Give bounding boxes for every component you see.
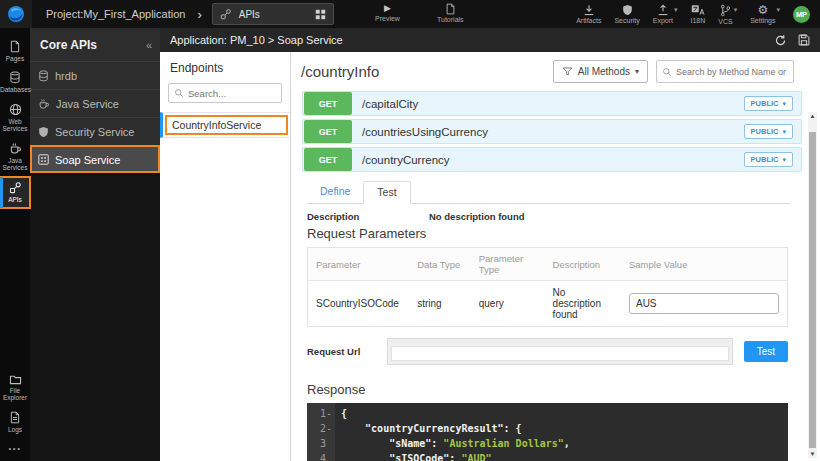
data-type-cell: string	[409, 281, 471, 327]
description-label: Description	[307, 211, 429, 222]
parameter-type-cell: query	[471, 281, 545, 327]
sidebar-item-apis[interactable]: APIs	[0, 177, 30, 208]
visibility-dropdown[interactable]: PUBLIC ▾	[744, 124, 793, 139]
methods-filter-dropdown[interactable]: All Methods ▾	[553, 60, 648, 83]
page-icon	[9, 40, 21, 53]
ide-screen: Project:My_First_Application › APIs ▶ Pr…	[0, 0, 820, 461]
download-icon	[583, 4, 595, 16]
globe-icon	[9, 103, 22, 116]
shield-icon	[38, 126, 49, 138]
workspace: Application: PM_10 > Soap Service	[160, 28, 820, 461]
visibility-dropdown[interactable]: PUBLIC ▾	[744, 152, 793, 167]
grid-icon[interactable]	[315, 9, 326, 20]
search-icon	[662, 67, 672, 77]
soap-service-icon	[38, 154, 49, 165]
user-avatar[interactable]: MP	[793, 6, 810, 23]
response-title: Response	[307, 382, 790, 397]
coffee-icon	[9, 142, 22, 155]
column-header: Description	[545, 248, 621, 281]
method-search-input[interactable]	[676, 67, 788, 77]
sidebar-item-java-services[interactable]: Java Services	[0, 138, 30, 177]
endpoint-service-label: CountryInfoService	[165, 115, 288, 135]
database-icon	[38, 70, 49, 82]
main-scrollbar[interactable]: ▲ ▼	[808, 112, 817, 458]
settings-button[interactable]: ⚙ Settings ▾	[750, 4, 780, 24]
scrollbar-thumb[interactable]	[809, 132, 816, 448]
description-row: Description No description found	[307, 211, 790, 222]
scroll-up-icon[interactable]: ▲	[808, 113, 817, 119]
editor-gutter: 1- 2- 3 4 5 6	[307, 403, 335, 461]
chevron-down-icon: ▾	[734, 6, 738, 14]
sidebar-item-logs[interactable]: Logs	[0, 407, 30, 438]
project-name-label: Project:My_First_Application	[46, 8, 185, 20]
scroll-down-icon[interactable]: ▼	[808, 451, 817, 457]
vcs-button[interactable]: VCS ▾	[718, 4, 737, 25]
endpoint-row-capitalcity[interactable]: GET /capitalCity PUBLIC ▾	[302, 91, 802, 116]
http-method-badge: GET	[304, 148, 352, 171]
request-url-input[interactable]	[391, 346, 729, 361]
service-detail-area: /countryInfo All Methods ▾	[291, 52, 820, 461]
code-line: "countryCurrencyResult": {	[341, 421, 570, 436]
translate-icon	[691, 4, 705, 16]
apis-tab-label: APIs	[239, 9, 308, 20]
core-api-item-hrdb[interactable]: hrdb	[30, 61, 160, 89]
fold-marker[interactable]: -	[326, 421, 332, 436]
artifacts-button[interactable]: Artifacts	[576, 4, 601, 24]
core-api-item-security-service[interactable]: Security Service	[30, 117, 160, 145]
sidebar-item-databases[interactable]: Databases	[0, 67, 30, 98]
security-button[interactable]: Security	[614, 4, 639, 24]
endpoint-row-countriesusingcurrency[interactable]: GET /countriesUsingCurrency PUBLIC ▾	[302, 119, 802, 144]
sample-value-input[interactable]	[629, 293, 779, 314]
sidebar-item-file-explorer[interactable]: File Explorer	[0, 370, 30, 407]
table-row: SCountryISOCode string query No descript…	[308, 281, 788, 327]
export-button[interactable]: Export ▾	[653, 4, 678, 24]
left-icon-rail: Pages Databases Web Services	[0, 28, 30, 461]
tab-test[interactable]: Test	[363, 181, 410, 204]
fold-marker[interactable]: -	[326, 406, 332, 421]
visibility-dropdown[interactable]: PUBLIC ▾	[744, 96, 793, 111]
chevron-down-icon: ▾	[782, 128, 786, 136]
save-icon[interactable]	[798, 34, 810, 46]
column-header: Data Type	[409, 248, 471, 281]
param-description-cell: No description found	[545, 281, 621, 327]
endpoint-service-item[interactable]: CountryInfoService	[160, 112, 290, 138]
tutorials-button[interactable]: Tutorials	[437, 3, 464, 23]
sidebar-item-web-services[interactable]: Web Services	[0, 99, 30, 138]
chevron-down-icon: ▾	[776, 6, 780, 14]
gear-icon: ⚙	[757, 4, 768, 16]
method-search[interactable]	[656, 60, 794, 83]
document-icon	[445, 3, 456, 15]
endpoint-list: GET /capitalCity PUBLIC ▾ GET /countries…	[302, 91, 802, 172]
i18n-button[interactable]: I18N	[690, 4, 705, 24]
test-button[interactable]: Test	[744, 341, 788, 362]
request-url-label: Request Url	[307, 346, 387, 357]
refresh-icon[interactable]	[774, 34, 787, 47]
chevron-down-icon: ▾	[782, 156, 786, 164]
apis-workspace-tab[interactable]: APIs	[212, 3, 334, 25]
tab-define[interactable]: Define	[307, 181, 363, 203]
param-name-cell: SCountryISOCode	[308, 281, 410, 327]
application-header: Application: PM_10 > Soap Service	[160, 28, 820, 52]
endpoints-search-input[interactable]	[188, 88, 276, 99]
core-apis-panel: Core APIs « hrdb	[30, 28, 160, 461]
code-line: "sISOCode": "AUD"	[341, 451, 570, 461]
chevron-down-icon: ▾	[635, 67, 639, 76]
coffee-icon	[38, 98, 50, 110]
endpoint-row-countrycurrency[interactable]: GET /countryCurrency PUBLIC ▾	[302, 147, 802, 172]
play-icon: ▶	[384, 3, 391, 14]
chevron-down-icon: ▾	[674, 6, 678, 14]
log-file-icon	[9, 411, 21, 424]
endpoints-search[interactable]	[168, 83, 282, 103]
core-api-item-java-service[interactable]: Java Service	[30, 89, 160, 117]
detail-tabs: Define Test	[307, 181, 790, 204]
collapse-panel-icon[interactable]: «	[146, 39, 152, 51]
app-logo[interactable]	[0, 0, 32, 28]
more-icon[interactable]: •••	[9, 438, 22, 461]
api-icon	[220, 8, 232, 20]
response-code-editor[interactable]: 1- 2- 3 4 5 6 { "countryCurrencyResult":…	[307, 403, 788, 461]
preview-button[interactable]: ▶ Preview	[375, 3, 400, 22]
sidebar-item-pages[interactable]: Pages	[0, 36, 30, 67]
core-apis-title: Core APIs	[40, 38, 146, 52]
core-api-item-soap-service[interactable]: Soap Service	[30, 145, 160, 173]
code-line: "sName": "Australian Dollars",	[341, 436, 570, 451]
